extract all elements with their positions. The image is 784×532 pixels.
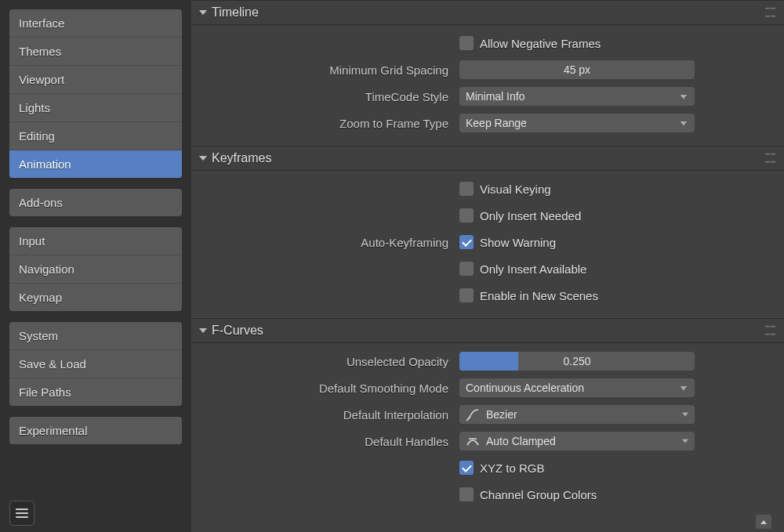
visual-keying-label: Visual Keying bbox=[480, 183, 551, 196]
sidebar-group-2: Add-ons bbox=[9, 189, 182, 216]
timecode-style-label: TimeCode Style bbox=[365, 90, 448, 103]
default-smoothing-label: Default Smoothing Mode bbox=[319, 382, 448, 395]
zoom-to-frame-type-label: Zoom to Frame Type bbox=[339, 117, 448, 130]
default-interpolation-label: Default Interpolation bbox=[343, 408, 448, 422]
only-insert-needed-label: Only Insert Needed bbox=[480, 209, 581, 223]
section-body-keyframes: Visual Keying Only Insert Needed Auto-Ke… bbox=[191, 171, 784, 318]
sidebar-item-system[interactable]: System bbox=[9, 322, 182, 349]
preferences-main: Timeline ┅┅┅┅ Allow Negative Frames Mini… bbox=[191, 0, 784, 532]
sidebar-item-animation[interactable]: Animation bbox=[9, 150, 182, 178]
default-smoothing-select[interactable]: Continuous Acceleration bbox=[459, 378, 695, 397]
sidebar-item-themes[interactable]: Themes bbox=[9, 37, 182, 65]
default-handles-value: Auto Clamped bbox=[486, 435, 556, 447]
section-title: F-Curves bbox=[212, 324, 263, 338]
sidebar-item-addons[interactable]: Add-ons bbox=[9, 189, 182, 216]
timecode-style-select[interactable]: Minimal Info bbox=[459, 87, 695, 106]
chevron-down-icon bbox=[682, 413, 688, 417]
only-insert-available-label: Only Insert Available bbox=[480, 262, 586, 276]
disclosure-triangle-icon bbox=[199, 328, 207, 333]
default-interpolation-value: Bezier bbox=[486, 408, 517, 421]
bezier-curve-icon bbox=[466, 407, 480, 422]
sidebar-item-navigation[interactable]: Navigation bbox=[9, 255, 182, 283]
only-insert-available-checkbox[interactable] bbox=[459, 262, 474, 276]
unselected-opacity-label: Unselected Opacity bbox=[347, 355, 448, 368]
sidebar-group-5: Experimental bbox=[9, 417, 182, 444]
sidebar-item-editing[interactable]: Editing bbox=[9, 121, 182, 150]
auto-keyframing-label: Auto-Keyframing bbox=[361, 236, 448, 249]
svg-line-3 bbox=[466, 417, 470, 421]
auto-clamped-handle-icon bbox=[466, 434, 480, 448]
channel-group-colors-checkbox[interactable] bbox=[459, 487, 474, 501]
enable-in-new-scenes-label: Enable in New Scenes bbox=[480, 289, 598, 302]
sidebar-item-lights[interactable]: Lights bbox=[9, 93, 182, 121]
sidebar-item-interface[interactable]: Interface bbox=[9, 9, 182, 37]
allow-negative-frames-checkbox[interactable] bbox=[459, 36, 474, 50]
preferences-sidebar: Interface Themes Viewport Lights Editing… bbox=[0, 0, 191, 532]
zoom-to-frame-type-select[interactable]: Keep Range bbox=[459, 114, 695, 132]
section-header-fcurves[interactable]: F-Curves ┅┅┅┅ bbox=[191, 318, 784, 343]
xyz-to-rgb-checkbox[interactable] bbox=[459, 461, 474, 475]
sidebar-item-viewport[interactable]: Viewport bbox=[9, 65, 182, 93]
min-grid-spacing-label: Minimum Grid Spacing bbox=[329, 63, 448, 77]
default-handles-label: Default Handles bbox=[365, 435, 448, 448]
chevron-down-icon bbox=[682, 440, 688, 443]
disclosure-triangle-icon bbox=[199, 156, 207, 161]
sidebar-item-experimental[interactable]: Experimental bbox=[9, 417, 182, 444]
allow-negative-frames-label: Allow Negative Frames bbox=[480, 37, 601, 50]
sidebar-item-save-load[interactable]: Save & Load bbox=[9, 349, 182, 378]
slider-value: 0.250 bbox=[459, 352, 695, 371]
hamburger-menu-button[interactable] bbox=[9, 501, 34, 526]
xyz-to-rgb-label: XYZ to RGB bbox=[480, 461, 545, 475]
grip-icon[interactable]: ┅┅┅┅ bbox=[765, 5, 776, 20]
enable-in-new-scenes-checkbox[interactable] bbox=[459, 288, 474, 302]
visual-keying-checkbox[interactable] bbox=[459, 182, 474, 196]
sidebar-item-keymap[interactable]: Keymap bbox=[9, 283, 182, 311]
section-body-timeline: Allow Negative Frames Minimum Grid Spaci… bbox=[191, 25, 784, 146]
min-grid-spacing-field[interactable]: 45 px bbox=[459, 60, 695, 79]
default-handles-select[interactable]: Auto Clamped bbox=[459, 432, 695, 451]
sidebar-group-1: Interface Themes Viewport Lights Editing… bbox=[9, 9, 182, 178]
default-interpolation-select[interactable]: Bezier bbox=[459, 405, 695, 424]
section-header-timeline[interactable]: Timeline ┅┅┅┅ bbox=[191, 0, 784, 25]
only-insert-needed-checkbox[interactable] bbox=[459, 208, 474, 223]
section-body-fcurves: Unselected Opacity 0.250 Default Smoothi… bbox=[191, 343, 784, 517]
scroll-up-button[interactable] bbox=[756, 515, 771, 529]
grip-icon[interactable]: ┅┅┅┅ bbox=[765, 324, 776, 338]
sidebar-item-input[interactable]: Input bbox=[9, 227, 182, 255]
section-header-keyframes[interactable]: Keyframes ┅┅┅┅ bbox=[191, 146, 784, 171]
disclosure-triangle-icon bbox=[199, 10, 207, 15]
hamburger-icon bbox=[15, 508, 29, 519]
unselected-opacity-slider[interactable]: 0.250 bbox=[459, 352, 695, 371]
sidebar-item-file-paths[interactable]: File Paths bbox=[9, 378, 182, 406]
section-title: Keyframes bbox=[212, 151, 271, 165]
sidebar-group-4: System Save & Load File Paths bbox=[9, 322, 182, 406]
channel-group-colors-label: Channel Group Colors bbox=[480, 488, 597, 501]
grip-icon[interactable]: ┅┅┅┅ bbox=[765, 151, 776, 165]
sidebar-group-3: Input Navigation Keymap bbox=[9, 227, 182, 311]
show-warning-label: Show Warning bbox=[480, 236, 556, 249]
section-title: Timeline bbox=[212, 5, 259, 20]
show-warning-checkbox[interactable] bbox=[459, 235, 474, 249]
